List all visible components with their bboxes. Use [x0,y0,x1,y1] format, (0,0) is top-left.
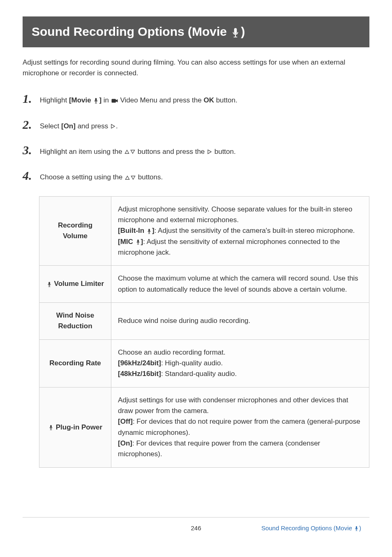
row-desc: Reduce wind noise during audio recording… [111,302,369,339]
text: : For devices that do not require power … [118,418,360,436]
text: : High-quality audio. [161,359,223,367]
video-icon [111,97,118,104]
text: Choose an audio recording format. [118,348,226,356]
step-number: 4. [23,169,34,182]
text: ) [359,525,361,531]
row-desc: Adjust settings for use with condenser m… [111,387,369,467]
text: [48kHz/16bit] [118,370,161,378]
up-icon [124,149,130,155]
text: [MIC [118,238,135,246]
text: [Built-In [118,227,146,234]
text: [On] [118,439,132,447]
text: Volume Limiter [52,280,104,288]
step-4: 4. Choose a setting using the buttons. [6,170,369,183]
row-desc: Choose an audio recording format. [96kHz… [111,339,369,387]
table-row: Recording Rate Choose an audio recording… [39,339,369,387]
mic-icon [354,526,359,531]
row-label: Wind Noise Reduction [39,302,111,339]
mic-icon [146,228,152,234]
text: button. [212,148,236,155]
down-icon [130,149,136,155]
text: Plug-in Power [54,423,102,431]
right-icon [207,149,212,155]
page-title: Sound Recording Options (Movie ) [23,16,369,47]
step-3: 3. Highlight an item using the buttons a… [23,145,369,157]
row-label: Recording Rate [39,339,111,387]
text: [96kHz/24bit] [118,359,161,367]
mic-icon [93,97,99,104]
step-1: 1. Highlight [Movie ] in Video Menu and … [23,93,369,106]
row-label: Plug-in Power [39,387,111,467]
title-text-b: ) [241,25,245,38]
title-text-a: Sound Recording Options (Movie [32,25,230,38]
step-number: 2. [23,118,34,131]
step-2: 2. Select [On] and press . [23,119,369,132]
mic-icon [46,281,52,287]
text: OK [203,96,214,104]
down-icon [130,175,136,181]
text: Select [40,122,61,130]
step-text: Highlight [Movie ] in Video Menu and pre… [40,93,369,106]
intro-text: Adjust settings for recording sound duri… [23,57,369,79]
text: Sound Recording Options (Movie [261,525,354,531]
step-text: Highlight an item using the buttons and … [40,145,369,157]
row-label: Volume Limiter [39,266,111,303]
step-number: 1. [23,93,34,105]
footer-link[interactable]: Sound Recording Options (Movie ) [251,523,361,533]
text: Adjust microphone sensitivity. Choose se… [118,205,352,224]
text: buttons and press the [136,148,207,155]
mic-icon [135,239,141,245]
page-footer: 246 Sound Recording Options (Movie ) [23,517,369,533]
mic-icon [230,27,241,38]
text: Video Menu and press the [118,96,204,104]
text: [On] [61,122,76,130]
text: buttons. [136,173,163,181]
text: and press [76,122,110,130]
text: Highlight [40,96,69,104]
text: : Adjust the sensitivity of external mic… [118,238,340,256]
text: Adjust settings for use with condenser m… [118,396,348,415]
settings-table: Recording Volume Adjust microphone sensi… [39,196,369,468]
row-desc: Adjust microphone sensitivity. Choose se… [111,196,369,266]
row-desc: Choose the maximum volume at which the c… [111,266,369,303]
table-row: Plug-in Power Adjust settings for use wi… [39,387,369,467]
step-number: 3. [23,144,34,156]
right-icon [110,123,116,129]
text: Highlight an item using the [40,148,124,155]
text: : Adjust the sensitivity of the camera's… [154,227,355,234]
step-text: Select [On] and press . [40,119,369,132]
text: : Standard-quality audio. [161,370,237,378]
mic-icon [48,425,54,430]
text: button. [214,96,238,104]
text: Choose a setting using the [40,173,125,181]
table-row: Recording Volume Adjust microphone sensi… [39,196,369,266]
step-text: Choose a setting using the buttons. [40,170,369,183]
text: in [101,96,111,104]
page-number: 246 [141,523,251,533]
text: [Movie [69,96,93,104]
text: . [116,122,118,130]
up-icon [125,175,130,181]
text: [Off] [118,418,133,425]
table-row: Wind Noise Reduction Reduce wind noise d… [39,302,369,339]
text: : For devices that require power from th… [118,439,320,458]
table-row: Volume Limiter Choose the maximum volume… [39,266,369,303]
row-label: Recording Volume [39,196,111,266]
